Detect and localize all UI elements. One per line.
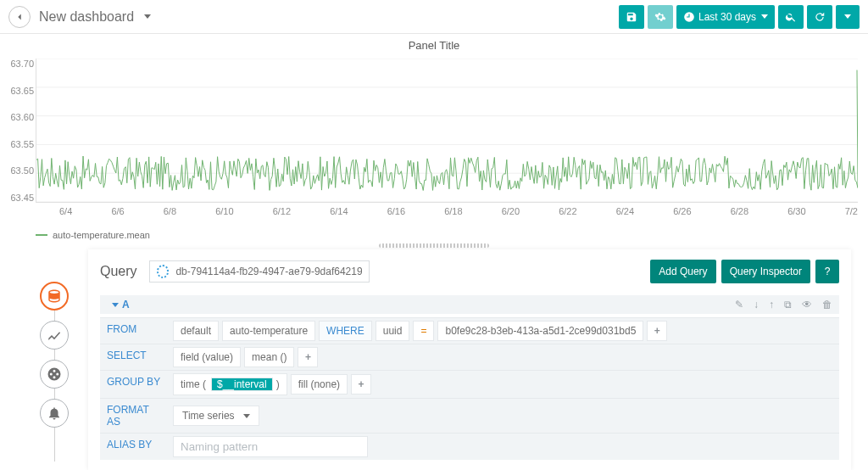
duplicate-icon[interactable]: ⧉ [784,299,792,311]
dashboard-title-dropdown[interactable]: New dashboard [39,9,151,25]
format-label: FORMAT AS [100,398,170,433]
where-label: WHERE [319,321,372,341]
query-help-button[interactable]: ? [815,260,839,283]
chevron-down-icon [243,414,250,418]
groupby-add-button[interactable]: + [351,374,371,394]
query-inspector-button[interactable]: Query Inspector [721,260,810,283]
chevron-down-icon [844,14,851,19]
save-dashboard-button[interactable] [619,5,644,29]
time-range-label: Last 30 days [698,11,756,23]
tab-general[interactable] [40,360,69,389]
settings-button[interactable] [648,5,673,29]
legend-swatch [36,234,47,236]
top-bar: New dashboard Last 30 days [0,0,868,34]
where-key[interactable]: uuid [376,321,410,341]
chevron-down-icon [144,14,151,19]
from-measurement[interactable]: auto-temperature [222,321,315,341]
chevron-down-icon [761,14,768,19]
editor-side-rail [34,282,75,470]
select-label: SELECT [100,344,170,370]
datasource-input[interactable] [175,266,361,277]
plot [36,59,858,203]
toggle-visibility-icon[interactable]: 👁 [802,299,812,311]
datasource-picker[interactable] [149,260,370,283]
zoom-out-button[interactable] [778,5,804,29]
chevron-down-icon [112,303,119,307]
query-collapse-toggle[interactable]: A [107,299,130,311]
datasource-icon [157,265,170,278]
dashboard-title: New dashboard [39,9,134,25]
format-select[interactable]: Time series [173,406,259,426]
where-value[interactable]: b0fe9c28-b3eb-413a-a5d1-2ce99d031bd5 [437,321,643,341]
interval-var: $__interval [211,378,273,391]
query-ref-id: A [122,299,130,311]
alias-label: ALIAS BY [100,433,170,460]
move-up-icon[interactable]: ↑ [769,299,774,311]
chart-area[interactable]: 63.70 63.65 63.60 63.55 63.50 63.45 6/46… [36,52,858,230]
groupby-label: GROUP BY [100,370,170,398]
panel-title: Panel Title [0,34,868,52]
groupby-time[interactable]: time ( $__interval ) [173,373,287,395]
panel-editor: Query Add Query Query Inspector ? A ✎ ↓ … [0,249,868,470]
query-builder: FROM default auto-temperature WHERE uuid… [100,317,839,460]
y-axis-ticks: 63.70 63.65 63.60 63.55 63.50 63.45 [3,59,34,203]
move-down-icon[interactable]: ↓ [754,299,759,311]
select-field[interactable]: field (value) [173,347,241,367]
where-op[interactable]: = [413,321,434,341]
editor-tab-label: Query [100,264,137,279]
panel-resize-handle[interactable] [379,243,489,248]
query-row-header: A ✎ ↓ ↑ ⧉ 👁 🗑 [100,295,839,314]
tab-queries[interactable] [40,282,69,311]
where-add-button[interactable]: + [647,321,667,341]
edit-icon[interactable]: ✎ [735,299,743,311]
legend-label: auto-temperature.mean [53,230,150,240]
tab-alert[interactable] [40,399,69,428]
alias-input[interactable] [173,436,368,457]
add-query-button[interactable]: Add Query [650,260,715,283]
select-add-button[interactable]: + [298,347,318,367]
back-button[interactable] [8,6,31,28]
legend[interactable]: auto-temperature.mean [36,230,868,240]
groupby-fill[interactable]: fill (none) [291,374,348,394]
query-editor-card: Query Add Query Query Inspector ? A ✎ ↓ … [88,249,851,470]
from-label: FROM [100,317,170,344]
time-range-button[interactable]: Last 30 days [676,5,775,29]
from-policy[interactable]: default [173,321,219,341]
delete-query-icon[interactable]: 🗑 [822,299,832,311]
refresh-button[interactable] [807,5,832,29]
select-agg[interactable]: mean () [244,347,294,367]
refresh-interval-button[interactable] [836,5,860,29]
x-axis-ticks: 6/46/66/8 6/106/126/14 6/166/186/20 6/22… [59,206,858,216]
tab-visualization[interactable] [40,321,69,350]
